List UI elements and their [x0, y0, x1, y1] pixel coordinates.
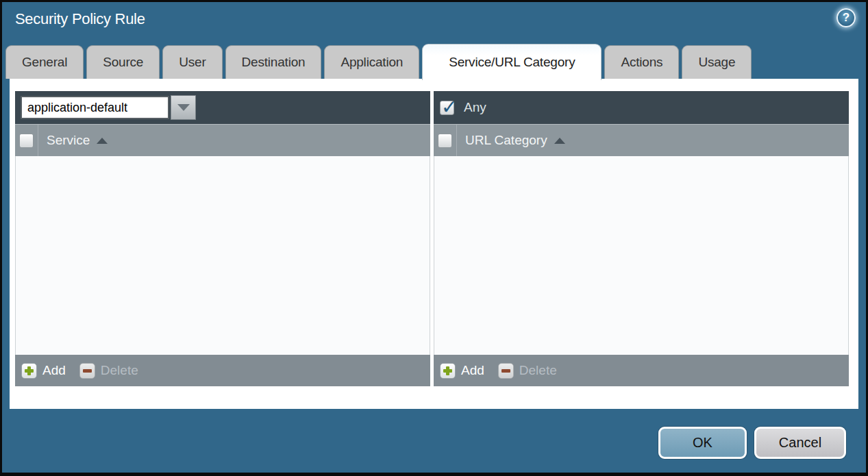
tab-source[interactable]: Source [86, 45, 160, 79]
url-category-select-all-cell [434, 125, 457, 156]
url-category-footer-toolbar: Add Delete [434, 355, 849, 386]
security-policy-rule-dialog: Security Policy Rule ? General Source Us… [0, 0, 868, 476]
service-add-button[interactable]: Add [21, 363, 66, 379]
tab-actions[interactable]: Actions [604, 45, 679, 79]
url-category-list-body[interactable] [434, 156, 849, 355]
tab-content-service-url-category: application-default Service [10, 79, 858, 409]
url-category-column-header[interactable]: URL Category [457, 125, 565, 156]
cancel-button[interactable]: Cancel [754, 427, 846, 459]
service-column-header[interactable]: Service [38, 125, 108, 156]
url-category-delete-label: Delete [519, 363, 557, 378]
service-select-all-cell [15, 125, 38, 156]
tab-application[interactable]: Application [324, 45, 419, 79]
tab-general[interactable]: General [5, 45, 84, 79]
url-category-table-header: URL Category [434, 124, 849, 156]
url-category-any-label: Any [464, 100, 486, 115]
url-category-delete-button[interactable]: Delete [498, 363, 557, 379]
service-type-dropdown[interactable]: application-default [21, 95, 196, 120]
tab-service-url-category[interactable]: Service/URL Category [422, 44, 602, 80]
service-panel: application-default Service [15, 91, 430, 386]
sort-ascending-icon [554, 138, 565, 144]
plus-icon [21, 363, 37, 379]
service-table-header: Service [15, 124, 430, 156]
service-delete-label: Delete [101, 363, 138, 378]
service-type-dropdown-arrow-button[interactable] [171, 95, 196, 120]
service-select-all-checkbox[interactable] [19, 134, 34, 148]
service-column-header-label: Service [47, 133, 90, 148]
url-category-column-header-label: URL Category [465, 133, 547, 148]
service-footer-toolbar: Add Delete [15, 355, 430, 386]
url-category-add-button[interactable]: Add [440, 363, 484, 379]
chevron-down-icon [177, 104, 190, 111]
ok-button[interactable]: OK [658, 427, 747, 459]
service-type-dropdown-value[interactable]: application-default [21, 96, 169, 119]
tab-bar: General Source User Destination Applicat… [5, 45, 862, 79]
service-list-body[interactable] [15, 156, 430, 355]
dialog-title: Security Policy Rule [15, 10, 145, 28]
help-icon[interactable]: ? [836, 8, 856, 27]
minus-icon [498, 363, 514, 379]
tab-user[interactable]: User [162, 45, 222, 79]
sort-ascending-icon [97, 138, 108, 144]
tab-usage[interactable]: Usage [682, 45, 752, 79]
minus-icon [79, 363, 95, 379]
plus-icon [440, 363, 456, 379]
url-category-topbar: Any [434, 91, 849, 124]
service-delete-button[interactable]: Delete [79, 363, 138, 379]
url-category-any-checkbox[interactable] [440, 101, 454, 115]
url-category-panel: Any URL Category Add [434, 91, 849, 386]
url-category-any-row: Any [439, 100, 486, 115]
tab-destination[interactable]: Destination [225, 45, 322, 79]
service-topbar: application-default [15, 91, 430, 124]
service-add-label: Add [42, 363, 66, 378]
url-category-add-label: Add [461, 363, 484, 378]
url-category-select-all-checkbox[interactable] [438, 134, 452, 148]
